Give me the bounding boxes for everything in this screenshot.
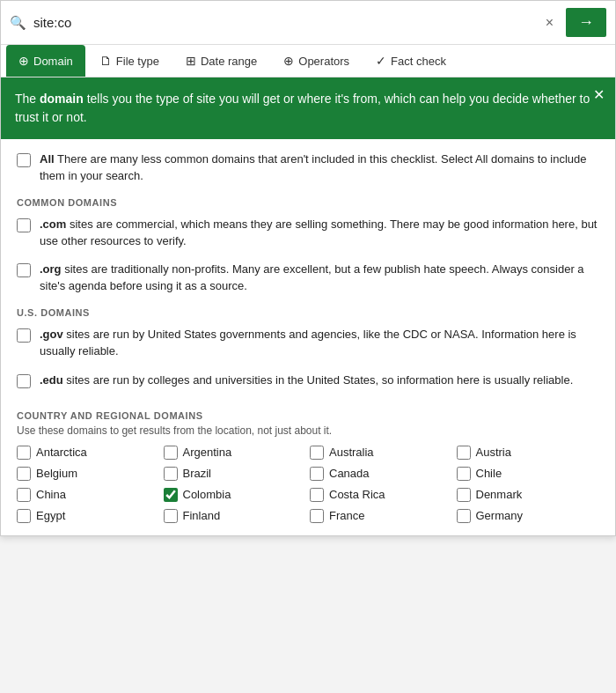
tab-filetype-label: File type (116, 55, 159, 68)
clear-button[interactable]: × (540, 13, 559, 33)
banner-bold: domain (40, 92, 84, 106)
factcheck-icon: ✓ (376, 54, 386, 68)
banner-text-after: tells you the type of site you will get … (15, 92, 590, 124)
com-checkbox[interactable] (17, 218, 31, 232)
tab-factcheck[interactable]: ✓ Fact check (363, 45, 458, 77)
list-item: France (310, 509, 453, 523)
tab-factcheck-label: Fact check (391, 55, 446, 68)
france-checkbox[interactable] (310, 509, 324, 523)
gov-checkbox-item: .gov sites are run by United States gove… (17, 327, 599, 360)
all-checkbox-item: All There are many less common domains t… (17, 151, 599, 185)
domain-icon: ⊕ (18, 54, 29, 68)
finland-label[interactable]: Finland (183, 509, 221, 522)
tab-domain[interactable]: ⊕ Domain (6, 45, 85, 77)
tab-filetype[interactable]: 🗋 File type (87, 45, 172, 77)
tab-operators-label: Operators (298, 55, 349, 68)
search-input[interactable] (33, 15, 533, 30)
com-label-rest: sites are commercial, which means they a… (40, 217, 597, 247)
list-item: Belgium (17, 467, 160, 481)
all-label[interactable]: All There are many less common domains t… (40, 151, 599, 185)
antarctica-label[interactable]: Antarctica (36, 446, 87, 459)
com-label-bold: .com (40, 217, 66, 231)
list-item: Brazil (164, 467, 307, 481)
list-item: Denmark (457, 488, 600, 502)
egypt-checkbox[interactable] (17, 509, 31, 523)
edu-checkbox[interactable] (17, 374, 31, 388)
tab-daterange[interactable]: ⊞ Date range (173, 45, 269, 77)
australia-label[interactable]: Australia (329, 446, 374, 459)
antarctica-checkbox[interactable] (17, 446, 31, 460)
org-label[interactable]: .org sites are traditionally non-profits… (40, 262, 599, 295)
argentina-label[interactable]: Argentina (183, 446, 232, 459)
com-checkbox-item: .com sites are commercial, which means t… (17, 217, 599, 250)
austria-label[interactable]: Austria (476, 446, 511, 459)
edu-label[interactable]: .edu sites are run by colleges and unive… (40, 372, 573, 389)
main-window: 🔍 × → ⊕ Domain 🗋 File type ⊞ Date range … (0, 0, 616, 536)
list-item: Colombia (164, 488, 307, 502)
search-icon: 🔍 (10, 15, 26, 31)
brazil-label[interactable]: Brazil (183, 467, 212, 480)
costarica-label[interactable]: Costa Rica (329, 488, 385, 501)
colombia-checkbox[interactable] (164, 488, 178, 502)
country-grid: AntarcticaArgentinaAustraliaAustriaBelgi… (17, 446, 599, 523)
chile-label[interactable]: Chile (476, 467, 502, 480)
list-item: Chile (457, 467, 600, 481)
us-domains-header: U.S. DOMAINS (17, 307, 599, 318)
canada-checkbox[interactable] (310, 467, 324, 481)
canada-label[interactable]: Canada (329, 467, 370, 480)
tab-bar: ⊕ Domain 🗋 File type ⊞ Date range ⊕ Oper… (1, 45, 615, 77)
france-label[interactable]: France (329, 509, 364, 522)
list-item: Antarctica (17, 446, 160, 460)
denmark-checkbox[interactable] (457, 488, 471, 502)
edu-label-bold: .edu (40, 373, 63, 387)
list-item: Costa Rica (310, 488, 453, 502)
org-label-rest: sites are traditionally non-profits. Man… (40, 262, 584, 292)
banner-close-button[interactable]: ✕ (593, 86, 605, 103)
common-domains-header: COMMON DOMAINS (17, 197, 599, 208)
australia-checkbox[interactable] (310, 446, 324, 460)
austria-checkbox[interactable] (457, 446, 471, 460)
org-label-bold: .org (40, 262, 62, 276)
belgium-checkbox[interactable] (17, 467, 31, 481)
info-banner: The domain tells you the type of site yo… (1, 77, 615, 139)
all-label-rest: There are many less common domains that … (40, 152, 587, 182)
tab-domain-label: Domain (33, 55, 73, 68)
list-item: Austria (457, 446, 600, 460)
list-item: Germany (457, 509, 600, 523)
colombia-label[interactable]: Colombia (183, 488, 231, 501)
org-checkbox[interactable] (17, 263, 31, 277)
costarica-checkbox[interactable] (310, 488, 324, 502)
com-label[interactable]: .com sites are commercial, which means t… (40, 217, 599, 250)
daterange-icon: ⊞ (186, 54, 196, 68)
list-item: China (17, 488, 160, 502)
belgium-label[interactable]: Belgium (36, 467, 77, 480)
gov-label-bold: .gov (40, 328, 63, 341)
gov-label-rest: sites are run by United States governmen… (40, 328, 576, 358)
country-header: COUNTRY AND REGIONAL DOMAINS (17, 410, 599, 421)
country-subtext: Use these domains to get results from th… (17, 424, 599, 437)
all-checkbox[interactable] (17, 153, 31, 167)
tab-operators[interactable]: ⊕ Operators (271, 45, 362, 77)
germany-checkbox[interactable] (457, 509, 471, 523)
list-item: Argentina (164, 446, 307, 460)
finland-checkbox[interactable] (164, 509, 178, 523)
china-label[interactable]: China (36, 488, 66, 501)
list-item: Canada (310, 467, 453, 481)
list-item: Egypt (17, 509, 160, 523)
edu-checkbox-item: .edu sites are run by colleges and unive… (17, 372, 599, 389)
brazil-checkbox[interactable] (164, 467, 178, 481)
go-button[interactable]: → (566, 8, 606, 37)
list-item: Australia (310, 446, 453, 460)
edu-label-rest: sites are run by colleges and universiti… (66, 373, 573, 387)
argentina-checkbox[interactable] (164, 446, 178, 460)
germany-label[interactable]: Germany (476, 509, 523, 522)
chile-checkbox[interactable] (457, 467, 471, 481)
banner-text: The domain tells you the type of site yo… (15, 92, 590, 124)
gov-checkbox[interactable] (17, 328, 31, 343)
gov-label[interactable]: .gov sites are run by United States gove… (40, 327, 599, 360)
china-checkbox[interactable] (17, 488, 31, 502)
denmark-label[interactable]: Denmark (476, 488, 523, 501)
filetype-icon: 🗋 (99, 54, 112, 68)
operators-icon: ⊕ (283, 54, 294, 68)
egypt-label[interactable]: Egypt (36, 509, 65, 522)
